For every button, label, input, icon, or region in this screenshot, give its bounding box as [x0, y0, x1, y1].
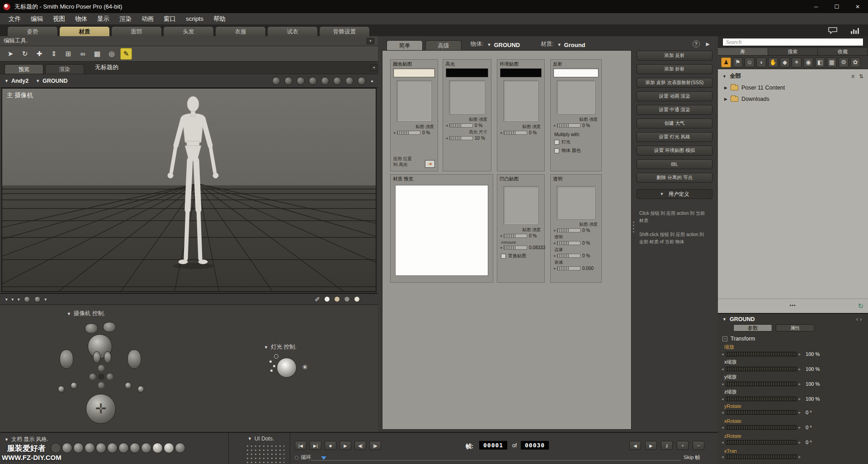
dial-arrow-icon[interactable]: ◂	[553, 266, 555, 270]
stop-button[interactable]: ■	[325, 441, 336, 450]
material-action-button[interactable]: 设置 动画 渲染	[637, 91, 712, 101]
color-map-image-well[interactable]	[396, 80, 432, 122]
props-icon[interactable]: ◆	[780, 57, 790, 67]
chat-icon[interactable]	[828, 27, 837, 34]
ambient-map-image-well[interactable]	[503, 80, 538, 122]
parameter-value[interactable]: 100 %	[806, 381, 820, 387]
transparency-dial[interactable]	[557, 266, 580, 270]
chain-break-tool-icon[interactable]: ∞	[77, 48, 89, 60]
library-filter-row[interactable]: ▼ 全部 ≡ ⇅	[718, 69, 868, 82]
skip-frames-label[interactable]: Skip 帧	[684, 454, 700, 461]
light-trackball[interactable]	[277, 358, 297, 378]
style-sphere-icon[interactable]	[34, 296, 41, 303]
room-tab[interactable]: 衣服	[215, 26, 266, 36]
translate-inout-tool-icon[interactable]: ⇕	[48, 48, 60, 60]
style-texture-shaded[interactable]	[175, 443, 185, 453]
expand-icon[interactable]: ▶	[706, 41, 710, 47]
close-button[interactable]: ✕	[847, 0, 868, 13]
camera-mini-ball[interactable]	[71, 382, 77, 389]
chevron-down-icon[interactable]: ▼	[67, 312, 71, 316]
menu-item[interactable]: 文件	[4, 13, 26, 25]
chevron-down-icon[interactable]: ▾	[45, 297, 47, 302]
python-icon[interactable]: ⚙	[839, 57, 849, 67]
reflection-color-swatch[interactable]	[553, 68, 599, 77]
camera-hand-icon[interactable]	[103, 322, 116, 332]
dial-right-arrow-icon[interactable]: ▸	[799, 352, 801, 356]
color-chip-cream[interactable]	[354, 296, 360, 302]
camera-mini-ball[interactable]	[58, 386, 65, 393]
transform-section-header[interactable]: − Transform	[718, 334, 868, 343]
total-frames-field[interactable]: 00030	[521, 441, 549, 450]
dial-left-arrow-icon[interactable]: ◂	[722, 367, 724, 371]
style-flat-shaded[interactable]	[107, 443, 118, 453]
room-tab[interactable]: 材质	[59, 26, 110, 36]
diffuse-color-swatch[interactable]	[393, 68, 435, 77]
color-chip-white[interactable]	[324, 296, 330, 302]
hand-camera-icon[interactable]	[104, 351, 111, 363]
parameter-value[interactable]: 0 °	[806, 425, 812, 430]
parameter-dial-track[interactable]	[726, 455, 797, 459]
chevron-down-icon[interactable]: ▼	[248, 436, 252, 441]
menu-item[interactable]: scripts	[181, 14, 208, 24]
dial-right-arrow-icon[interactable]: ▸	[799, 382, 801, 386]
play-icon[interactable]: ▸	[371, 79, 373, 83]
parameter-value[interactable]: 100 %	[806, 396, 820, 402]
prev-frame-button[interactable]: ◀|	[354, 441, 366, 450]
material-action-button[interactable]: 添加 皮肤 次表面散射(SSS)	[637, 78, 712, 88]
material-action-button[interactable]: 设置 灯光 风格	[637, 132, 712, 142]
dial-arrow-icon[interactable]: ◂	[553, 228, 555, 232]
reflection-map-image-well[interactable]	[557, 80, 595, 114]
ambient-color-swatch[interactable]	[500, 68, 542, 77]
panel-resize-handle[interactable]	[632, 221, 635, 233]
dial-right-arrow-icon[interactable]: ▸	[799, 410, 801, 415]
first-frame-button[interactable]: |◀	[295, 441, 307, 450]
dial-left-arrow-icon[interactable]: ◂	[722, 382, 724, 386]
object-selector[interactable]: GROUND	[494, 42, 520, 48]
library-tab[interactable]: 搜索	[768, 48, 818, 55]
map-strength-dial[interactable]	[397, 131, 420, 135]
light-dot-icon[interactable]	[273, 365, 275, 367]
light-create-icon[interactable]	[274, 354, 278, 359]
stats-bars-icon[interactable]	[851, 27, 859, 34]
displacement-checkbox[interactable]	[501, 254, 506, 259]
style-silhouette[interactable]	[51, 443, 61, 453]
camera-trackball[interactable]	[86, 394, 116, 424]
search-input[interactable]	[722, 38, 863, 46]
chevron-down-icon[interactable]: ▾	[5, 297, 8, 302]
dial-arrow-icon[interactable]: ◂	[500, 131, 502, 135]
help-icon[interactable]: ?	[693, 40, 700, 47]
maximize-button[interactable]: ☐	[826, 0, 847, 13]
highlight-map-image-well[interactable]	[449, 80, 485, 114]
room-tab[interactable]: 姿势	[7, 26, 58, 36]
menu-item[interactable]: 显示	[92, 13, 114, 25]
material-action-button[interactable]: 设置 环境贴图 模拟	[637, 146, 712, 156]
camera-mini-ball[interactable]	[125, 382, 132, 389]
sort-icon[interactable]: ⇅	[859, 73, 863, 80]
refresh-icon[interactable]: ↻	[858, 302, 863, 310]
room-tab[interactable]: 面部	[111, 26, 162, 36]
parameter-dial-track[interactable]	[726, 397, 797, 401]
dial-right-arrow-icon[interactable]: ▸	[799, 455, 801, 459]
scale-tool-icon[interactable]: ⊞	[62, 48, 74, 60]
light-dot-icon[interactable]	[269, 360, 272, 363]
bump-map-image-well[interactable]	[503, 186, 538, 225]
rotate-tool-icon[interactable]: ↻	[19, 48, 31, 60]
dial-left-arrow-icon[interactable]: ◂	[722, 440, 724, 445]
chevron-down-icon[interactable]: ▼	[722, 317, 726, 322]
style-hidden-line[interactable]	[85, 443, 95, 453]
transparency-dial[interactable]	[557, 254, 580, 258]
current-frame-field[interactable]: 00001	[479, 441, 507, 450]
main-camera-icon[interactable]	[297, 77, 305, 85]
last-frame-button[interactable]: ▶|	[310, 441, 321, 450]
dial-left-arrow-icon[interactable]: ◂	[722, 352, 724, 356]
dial-right-arrow-icon[interactable]: ▸	[799, 440, 801, 445]
figure-selector[interactable]: Andy2	[11, 78, 28, 84]
library-tree-item[interactable]: ▶ Poser 11 Content	[718, 82, 868, 93]
dial-right-arrow-icon[interactable]: ▸	[799, 397, 801, 401]
materials-icon[interactable]: ◧	[815, 57, 825, 67]
amount-dial[interactable]	[504, 246, 527, 250]
dial-left-arrow-icon[interactable]: ◂	[722, 397, 724, 401]
parameter-dial-track[interactable]	[726, 382, 797, 386]
apply-arrow-button[interactable]: ➜	[425, 160, 435, 168]
chevron-down-icon[interactable]: ▾	[12, 297, 14, 302]
